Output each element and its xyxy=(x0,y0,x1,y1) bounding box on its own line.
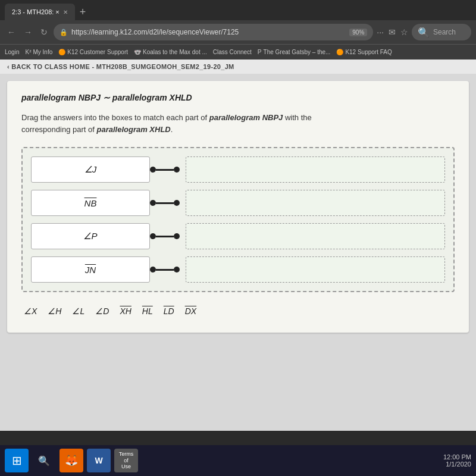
browser-chrome: 2:3 - MTH208: × ✕ + ← → ↻ 🔒 https://lear… xyxy=(0,0,476,60)
tab-label: 2:3 - MTH208: × xyxy=(12,8,60,15)
breadcrumb-text: ‹ BACK TO CLASS HOME - MTH208B_SUMGEOMOH… xyxy=(7,63,234,70)
terms-label: TermsofUse xyxy=(119,451,134,470)
left-item-2: NB xyxy=(31,190,150,216)
dots-menu-icon[interactable]: ··· xyxy=(377,27,384,37)
bookmark-myinfo-label: My Info xyxy=(33,49,52,55)
bookmark-k12faq[interactable]: 🟠 K12 Support FAQ xyxy=(336,49,392,55)
bookmark-k12faq-label: K12 Support FAQ xyxy=(345,49,392,55)
k12-icon: 🟠 xyxy=(58,49,65,55)
left-item-4-text: JN xyxy=(85,265,96,275)
url-text: https://learning.k12.com/d2l/le/sequence… xyxy=(71,28,346,36)
problem-description: Drag the answers into the boxes to match… xyxy=(21,112,455,135)
dot-right-4 xyxy=(174,267,180,273)
search-box[interactable]: 🔍 Search xyxy=(412,24,471,40)
matching-container: ∠J NB xyxy=(21,147,455,292)
left-item-3: ∠P xyxy=(31,223,150,249)
left-item-1: ∠J xyxy=(31,156,150,183)
bookmark-koalas-label: Koalas to the Max dot ... xyxy=(143,49,207,55)
star-icon[interactable]: ☆ xyxy=(400,27,408,37)
bookmark-k12support-label: K12 Customer Support xyxy=(67,49,128,55)
connector-2 xyxy=(150,200,186,206)
start-button[interactable]: ⊞ xyxy=(5,449,29,472)
dot-left-2 xyxy=(150,200,156,206)
left-item-3-text: ∠P xyxy=(83,231,97,242)
tab-close-button[interactable]: ✕ xyxy=(63,9,68,15)
line-4 xyxy=(156,269,174,271)
forward-button[interactable]: → xyxy=(21,26,35,38)
new-tab-button[interactable]: + xyxy=(80,6,86,18)
match-row-1: ∠J xyxy=(31,156,445,183)
bookmarks-bar: Login K² My Info 🟠 K12 Customer Support … xyxy=(0,44,476,60)
bookmark-classconnect-label: Class Connect xyxy=(213,49,252,55)
match-row-4: JN xyxy=(31,256,445,283)
match-row-2: NB xyxy=(31,190,445,216)
line-3 xyxy=(156,236,174,237)
terms-button[interactable]: TermsofUse xyxy=(114,449,138,472)
dot-left-3 xyxy=(150,233,156,239)
lock-icon: 🔒 xyxy=(60,29,68,36)
answer-angle-h[interactable]: ∠H xyxy=(48,306,61,316)
bookmark-myinfo[interactable]: K² My Info xyxy=(25,49,52,55)
word-label: W xyxy=(95,456,102,465)
connector-4 xyxy=(150,267,186,273)
left-item-1-text: ∠J xyxy=(84,164,97,175)
right-drop-2[interactable] xyxy=(186,190,445,216)
address-bar-icons: ··· ✉ ☆ xyxy=(377,27,408,37)
answer-seg-xh[interactable]: XH xyxy=(120,306,131,316)
dot-right-2 xyxy=(174,200,180,206)
clock-time: 12:00 PM xyxy=(443,453,471,461)
firefox-button[interactable]: 🦊 xyxy=(60,449,83,472)
answer-angle-x[interactable]: ∠X xyxy=(24,306,37,316)
taskbar: ⊞ 🔍 🦊 W TermsofUse 12:00 PM 1/1/2020 xyxy=(0,445,476,476)
answer-angle-d[interactable]: ∠D xyxy=(95,306,109,316)
content-card: parallelogram NBPJ ∼ parallelogram XHLD … xyxy=(7,81,469,333)
answer-bank: ∠X ∠H ∠L ∠D XH HL LD DX xyxy=(21,302,455,321)
dot-left-4 xyxy=(150,267,156,273)
dot-left-1 xyxy=(150,167,156,173)
koalas-icon: 🐨 xyxy=(134,49,141,55)
connector-1 xyxy=(150,167,186,173)
line-2 xyxy=(156,202,174,204)
gatsby-icon: P xyxy=(258,49,262,55)
zoom-level: 90% xyxy=(349,29,367,36)
right-drop-4[interactable] xyxy=(186,256,445,283)
address-bar-row: ← → ↻ 🔒 https://learning.k12.com/d2l/le/… xyxy=(0,20,476,44)
bookmark-myinfo-icon: K² xyxy=(25,49,31,55)
taskbar-search-icon[interactable]: 🔍 xyxy=(32,449,56,472)
left-item-4: JN xyxy=(31,256,150,283)
taskbar-clock: 12:00 PM 1/1/2020 xyxy=(443,453,471,468)
connector-3 xyxy=(150,233,186,239)
answer-seg-hl[interactable]: HL xyxy=(142,306,153,316)
answer-seg-ld[interactable]: LD xyxy=(164,306,174,316)
problem-title: parallelogram NBPJ ∼ parallelogram XHLD xyxy=(21,93,455,102)
right-drop-1[interactable] xyxy=(186,156,445,183)
bookmark-gatsby[interactable]: P The Great Gatsby – the... xyxy=(258,49,331,55)
bookmark-classconnect[interactable]: Class Connect xyxy=(213,49,252,55)
search-icon: 🔍 xyxy=(418,27,430,38)
bookmark-login[interactable]: Login xyxy=(5,49,19,55)
clock-date: 1/1/2020 xyxy=(443,461,471,468)
bookmark-gatsby-label: The Great Gatsby – the... xyxy=(264,49,331,55)
bookmark-k12support[interactable]: 🟠 K12 Customer Support xyxy=(58,49,128,55)
address-bar[interactable]: 🔒 https://learning.k12.com/d2l/le/sequen… xyxy=(54,24,373,40)
left-item-2-text: NB xyxy=(84,198,97,208)
content-area: parallelogram NBPJ ∼ parallelogram XHLD … xyxy=(0,74,476,431)
search-label: Search xyxy=(433,28,456,36)
k12faq-icon: 🟠 xyxy=(336,49,343,55)
active-tab[interactable]: 2:3 - MTH208: × ✕ xyxy=(5,4,75,20)
refresh-button[interactable]: ↻ xyxy=(38,26,50,38)
dot-right-1 xyxy=(174,167,180,173)
breadcrumb-bar[interactable]: ‹ BACK TO CLASS HOME - MTH208B_SUMGEOMOH… xyxy=(0,60,476,74)
dot-right-3 xyxy=(174,233,180,239)
back-button[interactable]: ← xyxy=(5,26,18,38)
bookmark-koalas[interactable]: 🐨 Koalas to the Max dot ... xyxy=(134,49,207,55)
tab-bar: 2:3 - MTH208: × ✕ + xyxy=(0,0,476,20)
word-button[interactable]: W xyxy=(87,449,111,472)
match-row-3: ∠P xyxy=(31,223,445,249)
mail-icon[interactable]: ✉ xyxy=(389,27,396,37)
answer-seg-dx[interactable]: DX xyxy=(185,306,196,316)
answer-angle-l[interactable]: ∠L xyxy=(72,306,84,316)
right-drop-3[interactable] xyxy=(186,223,445,249)
bookmark-login-label: Login xyxy=(5,49,19,55)
line-1 xyxy=(156,169,174,171)
